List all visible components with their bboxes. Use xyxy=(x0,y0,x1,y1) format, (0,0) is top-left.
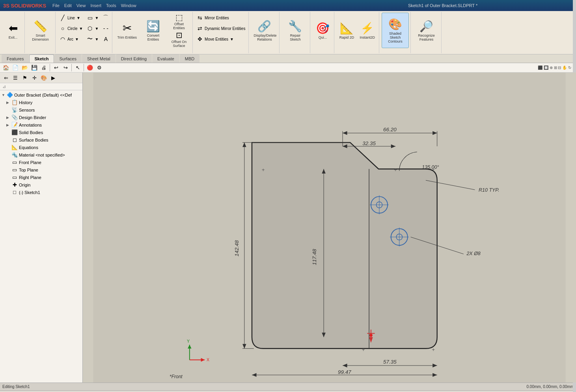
draw-col3: ⌒ - - A xyxy=(101,13,110,52)
rapid2d-label: Rapid 2D xyxy=(339,35,354,39)
house-icon[interactable]: 🏠 xyxy=(2,64,10,72)
construction-button[interactable]: - - xyxy=(101,23,110,34)
instant2d-icon: ⚡ xyxy=(360,22,374,35)
sketch-fillet-button[interactable]: ⌒ xyxy=(101,13,110,23)
zoom-sel-icon[interactable]: ⊞ xyxy=(554,65,557,70)
tab-mbd[interactable]: MBD xyxy=(180,54,199,63)
snaps-icon: 🎯 xyxy=(316,22,330,35)
tree-item-material[interactable]: 🔩 Material <not specified> xyxy=(0,151,82,159)
move-entities-button[interactable]: ✥ Move Entities ▼ xyxy=(195,34,247,44)
instant2d-button[interactable]: ⚡ Instant2D xyxy=(357,13,377,48)
menu-file[interactable]: File xyxy=(52,3,60,8)
menu-view[interactable]: View xyxy=(76,3,86,8)
circle-button[interactable]: ○ Circle ▼ xyxy=(58,23,84,34)
save-icon[interactable]: 💾 xyxy=(30,64,39,72)
rapid2d-button[interactable]: 📐 Rapid 2D xyxy=(337,13,356,48)
history-icon: 📋 xyxy=(11,99,18,105)
spline-button[interactable]: 〜 ▼ xyxy=(85,34,100,44)
smart-dim-label: Smart Dimension xyxy=(30,34,51,41)
plus1: + xyxy=(262,167,265,173)
tree-icon-arrows[interactable]: ⇐ xyxy=(2,74,10,82)
tree-item-top-plane[interactable]: ▭ Top Plane xyxy=(0,166,82,174)
tab-features[interactable]: Features xyxy=(2,54,29,63)
tab-evaluate[interactable]: Evaluate xyxy=(152,54,179,63)
sketch-canvas[interactable]: + + + + + 66.20 32.35 xyxy=(83,73,576,383)
tree-item-design-binder[interactable]: ▶ 📎 Design Binder xyxy=(0,114,82,121)
tree-icon-target[interactable]: ✛ xyxy=(30,74,39,82)
trim-section: ✂ Trim Entities 🔄 Convert Entities ⬚ Off… xyxy=(113,12,193,53)
tree-filter-row: ⊿ xyxy=(0,83,82,90)
pan-icon[interactable]: ✋ xyxy=(562,65,567,70)
display-delete-button[interactable]: 🔗 Display/Delete Relations xyxy=(251,13,278,48)
tab-direct-editing[interactable]: Direct Editing xyxy=(116,54,152,63)
recognize-button[interactable]: 🔎 Recognize Features xyxy=(413,13,440,48)
y-label: Y xyxy=(187,339,190,343)
tree-item-origin[interactable]: ✚ Origin xyxy=(0,181,82,189)
convert-entities-button[interactable]: 🔄 Convert Entities xyxy=(140,13,166,48)
snaps-label: Qui... xyxy=(319,35,327,39)
tree-icon-expand[interactable]: ▶ xyxy=(49,74,58,82)
history-label: History xyxy=(19,100,81,105)
sketch-svg: + + + + + 66.20 32.35 xyxy=(83,73,576,383)
relations-label: Display/Delete Relations xyxy=(254,34,275,41)
menu-insert[interactable]: Insert xyxy=(90,3,101,8)
trim-entities-button[interactable]: ✂ Trim Entities xyxy=(115,13,139,48)
menu-window[interactable]: Window xyxy=(121,3,136,8)
undo-icon[interactable]: ↩ xyxy=(52,64,60,72)
repair-sketch-button[interactable]: 🔧 Repair Sketch xyxy=(282,13,308,48)
tree-icon-flag[interactable]: ⚑ xyxy=(21,74,29,82)
dim-66-text: 66.20 xyxy=(383,127,397,133)
tree-item-sensors[interactable]: 📡 Sensors xyxy=(0,106,82,114)
zoom-fit-icon[interactable]: ⊕ xyxy=(550,65,553,70)
rectangle-button[interactable]: ▭ ▼ xyxy=(85,13,100,23)
shaded-sketch-button[interactable]: 🎨 Shaded Sketch Contours xyxy=(382,13,409,48)
tree-item-equations[interactable]: 📐 Equations xyxy=(0,144,82,151)
view-orient-icon[interactable]: 🔲 xyxy=(544,65,548,70)
tree-item-history[interactable]: ▶ 📋 History xyxy=(0,99,82,106)
print-icon[interactable]: 🖨 xyxy=(39,64,48,72)
tree-icon-list[interactable]: ☰ xyxy=(11,74,20,82)
tree-item-front-plane[interactable]: ▭ Front Plane xyxy=(0,159,82,166)
tree-item-solid-bodies[interactable]: ⬛ Solid Bodies xyxy=(0,129,82,136)
circle-icon: ○ xyxy=(60,25,66,32)
mirror-entities-button[interactable]: ⇆ Mirror Entities xyxy=(195,13,247,23)
rebuild-icon[interactable]: 🔴 xyxy=(86,64,94,72)
redo-icon[interactable]: ↪ xyxy=(61,64,70,72)
line-button[interactable]: ╱ Line ▼ xyxy=(58,13,84,23)
tab-sheet-metal[interactable]: Sheet Metal xyxy=(82,54,116,63)
orient-cube-icon[interactable]: ⬛ xyxy=(538,65,542,70)
root-expand-icon: ▼ xyxy=(2,93,6,97)
text-button[interactable]: A xyxy=(101,34,110,44)
new-doc-icon[interactable]: 📄 xyxy=(11,64,20,72)
tab-surfaces[interactable]: Surfaces xyxy=(54,54,82,63)
tree-item-annotations[interactable]: ▶ 📝 Annotations xyxy=(0,121,82,129)
exit-button[interactable]: ⬅ Exit... xyxy=(3,13,23,48)
tree-root[interactable]: ▼ 🔷 Outer Bracket (Default) <<Def xyxy=(0,91,82,99)
offset-entities-button[interactable]: ⬚ Offset Entities xyxy=(167,13,191,30)
shaded-label: Shaded Sketch Contours xyxy=(384,32,406,43)
tree-item-right-plane[interactable]: ▭ Right Plane xyxy=(0,174,82,181)
bottom-tabs: Model 3D Views Motion Study 1 xyxy=(0,390,576,392)
arc-label: Arc xyxy=(67,37,73,41)
tree-item-sketch1[interactable]: □ (-) Sketch1 xyxy=(0,189,82,196)
top-plane-icon: ▭ xyxy=(11,167,18,173)
open-icon[interactable]: 📂 xyxy=(21,64,29,72)
mirror-label: Mirror Entities xyxy=(205,16,229,20)
select-icon[interactable]: ↖ xyxy=(73,64,82,72)
zoom-sheet-icon[interactable]: ⊟ xyxy=(558,65,561,70)
options-icon[interactable]: ⚙ xyxy=(95,64,104,72)
polygon-button[interactable]: ⬡ ▼ xyxy=(85,23,100,34)
tab-sketch[interactable]: Sketch xyxy=(29,54,54,63)
menu-edit[interactable]: Edit xyxy=(64,3,72,8)
bracket-shape xyxy=(252,142,437,348)
offset-surface-button[interactable]: ⊡ Offset On Surface xyxy=(167,30,191,48)
line-label: Line xyxy=(67,16,75,20)
tree-icon-chart[interactable]: 🎨 xyxy=(39,74,48,82)
smart-dimension-button[interactable]: 📏 Smart Dimension xyxy=(27,13,54,48)
quick-snaps-button[interactable]: 🎯 Qui... xyxy=(313,13,332,48)
dynamic-mirror-button[interactable]: ⇄ Dynamic Mirror Entities xyxy=(195,23,247,34)
rotate-icon[interactable]: ↻ xyxy=(568,65,571,70)
tree-item-surface-bodies[interactable]: ◻ Surface Bodies xyxy=(0,136,82,144)
arc-button[interactable]: ◠ Arc ▼ xyxy=(58,34,84,44)
menu-tools[interactable]: Tools xyxy=(106,3,116,8)
